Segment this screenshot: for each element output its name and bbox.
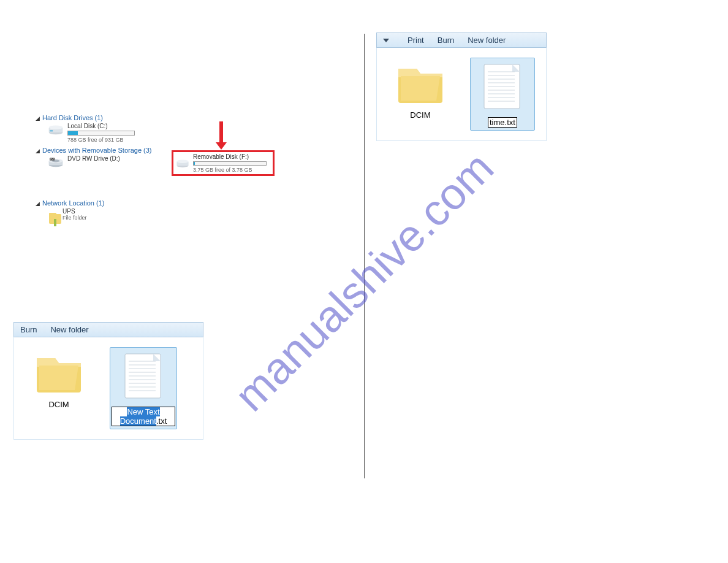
time-txt-file[interactable]: time.txt <box>470 58 535 131</box>
dcim-label: DCIM <box>25 400 93 409</box>
dvd-drive-icon: DVD <box>48 155 64 169</box>
text-file-icon <box>121 351 165 402</box>
file-area-3[interactable]: DCIM time.txt <box>376 48 547 141</box>
new-folder-button[interactable]: New folder <box>50 325 88 334</box>
group-network[interactable]: ◢Network Location (1) <box>36 199 244 207</box>
time-txt-label: time.txt <box>472 117 533 128</box>
print-button[interactable]: Print <box>408 36 424 45</box>
group-hard-disk[interactable]: ◢Hard Disk Drives (1) <box>36 114 244 121</box>
dcim-label: DCIM <box>388 110 453 120</box>
svg-rect-15 <box>54 219 56 226</box>
folder-icon <box>395 58 446 105</box>
toolbar-3: Print Burn New folder <box>376 33 547 48</box>
burn-button[interactable]: Burn <box>20 325 37 334</box>
ups-row[interactable]: UPS File folder <box>48 208 244 226</box>
svg-point-2 <box>49 126 63 130</box>
svg-rect-14 <box>49 213 56 215</box>
svg-rect-3 <box>50 131 53 132</box>
folder-ups-icon <box>48 208 63 226</box>
dcim-folder[interactable]: DCIM <box>388 58 453 120</box>
dropdown-icon[interactable] <box>383 39 389 42</box>
explorer-panel-timefile: Print Burn New folder DCIM <box>376 33 547 141</box>
local-disk-row[interactable]: Local Disk (C:) 788 GB free of 931 GB <box>48 123 244 143</box>
removable-disk-usage-bar <box>193 161 267 166</box>
hard-drive-icon <box>48 123 64 136</box>
drives-panel: ◢Hard Disk Drives (1) Local Disk (C:) 78… <box>36 110 244 229</box>
text-file-icon <box>480 62 525 112</box>
new-text-doc-label[interactable]: New Text Document.txt <box>112 407 175 426</box>
expand-icon: ◢ <box>36 115 40 121</box>
ups-label: UPS <box>63 208 244 215</box>
dcim-folder[interactable]: DCIM <box>25 347 93 409</box>
removable-disk-highlight[interactable]: Removable Disk (F:) 3.75 GB free of 3.78… <box>172 150 275 176</box>
folder-icon <box>33 347 85 395</box>
burn-button[interactable]: Burn <box>438 36 454 45</box>
svg-point-12 <box>176 160 188 164</box>
removable-disk-icon <box>176 158 189 169</box>
expand-icon: ◢ <box>36 201 40 207</box>
file-area-2[interactable]: DCIM New Text Document.txt <box>13 337 203 440</box>
ups-sub: File folder <box>63 215 244 221</box>
expand-icon: ◢ <box>36 148 40 154</box>
column-divider <box>364 34 365 478</box>
local-disk-usage-bar <box>67 131 135 136</box>
explorer-panel-newdoc: Burn New folder DCIM <box>13 322 203 440</box>
svg-text:DVD: DVD <box>50 158 55 161</box>
removable-disk-free: 3.75 GB free of 3.78 GB <box>193 167 270 173</box>
new-folder-button[interactable]: New folder <box>468 36 506 45</box>
removable-disk-label: Removable Disk (F:) <box>193 153 270 160</box>
local-disk-label: Local Disk (C:) <box>67 123 244 129</box>
toolbar-2: Burn New folder <box>13 322 203 337</box>
red-arrow-icon <box>219 121 223 144</box>
new-text-doc-file[interactable]: New Text Document.txt <box>110 347 177 429</box>
